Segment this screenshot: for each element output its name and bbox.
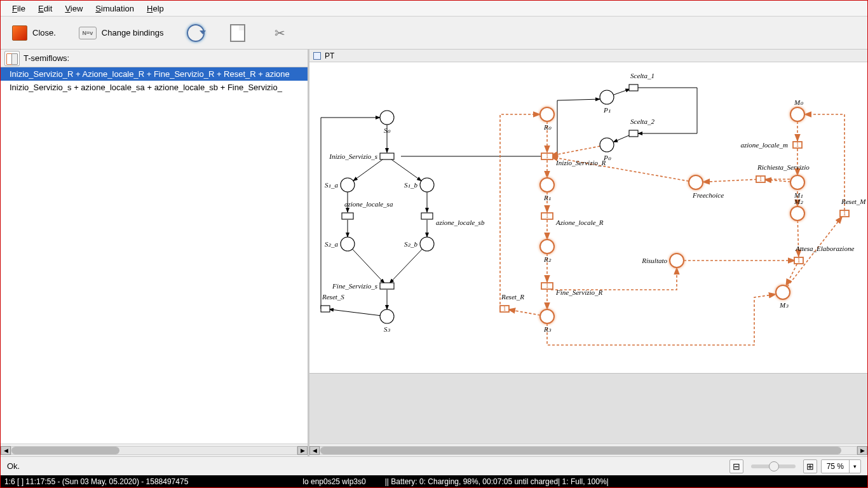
right-panel: PT S₀S₁_aS₁_bS₂_aS₂_bS₃P₁P₀R₀R₁R₂R₃Freec… <box>309 50 867 456</box>
svg-text:1: 1 <box>546 282 549 289</box>
svg-text:azione_locale_m: azione_locale_m <box>740 141 788 149</box>
status-bar: Ok. ⊟ ⊞ 75 % ▾ <box>1 456 867 475</box>
svg-text:1: 1 <box>546 152 549 159</box>
menu-simulation[interactable]: Simulation <box>89 3 140 15</box>
zoom-value: 75 % <box>822 462 849 471</box>
svg-text:1: 1 <box>797 257 801 264</box>
svg-point-56 <box>670 254 684 268</box>
svg-line-12 <box>613 135 630 142</box>
svg-line-13 <box>551 146 600 156</box>
svg-point-34 <box>420 178 434 192</box>
svg-text:R₁: R₁ <box>543 194 551 201</box>
svg-line-28 <box>786 264 797 286</box>
menu-view[interactable]: View <box>58 3 89 15</box>
svg-text:S₂_a: S₂_a <box>325 240 338 248</box>
svg-rect-68 <box>342 213 353 219</box>
svg-point-42 <box>600 90 614 104</box>
svg-text:1: 1 <box>796 141 799 148</box>
zoom-controls: ⊟ ⊞ 75 % ▾ <box>729 459 861 473</box>
scroll-thumb[interactable] <box>320 447 841 454</box>
svg-text:S₀: S₀ <box>384 126 391 134</box>
svg-line-2 <box>390 158 421 180</box>
svg-text:R₂: R₂ <box>543 255 552 263</box>
list-item[interactable]: Inizio_Servizio_s + azione_locale_sa + a… <box>1 81 308 94</box>
svg-line-1 <box>353 159 384 181</box>
chevron-down-icon[interactable]: ▾ <box>849 460 860 473</box>
scroll-left-icon[interactable]: ◀ <box>1 446 11 455</box>
svg-line-20 <box>508 309 540 315</box>
pt-icon <box>313 52 321 60</box>
scroll-left-icon[interactable]: ◀ <box>309 446 320 455</box>
svg-text:M₀: M₀ <box>794 98 803 106</box>
svg-text:Reset_R: Reset_R <box>501 293 524 301</box>
svg-text:Azione_locale_R: Azione_locale_R <box>555 219 604 226</box>
svg-point-54 <box>689 175 703 189</box>
svg-line-10 <box>329 309 380 316</box>
svg-rect-76 <box>629 85 638 91</box>
svg-rect-70 <box>421 213 433 219</box>
menu-edit[interactable]: Edit <box>32 3 58 15</box>
measure-button[interactable]: ✂ <box>266 21 293 45</box>
menu-file[interactable]: File <box>6 3 32 15</box>
zoom-in-button[interactable]: ⊞ <box>803 459 817 473</box>
left-panel-title: T-semiflows: <box>24 53 69 63</box>
svg-point-30 <box>380 111 394 125</box>
menu-help[interactable]: Help <box>140 3 170 15</box>
svg-rect-72 <box>380 283 394 289</box>
svg-text:1: 1 <box>503 305 506 312</box>
page-button[interactable] <box>224 21 251 45</box>
sysbar-net: lo enp0s25 wlp3s0 <box>302 477 365 486</box>
zoom-select[interactable]: 75 % ▾ <box>821 459 861 473</box>
svg-line-25 <box>764 180 790 182</box>
left-hscrollbar[interactable]: ◀ ▶ <box>1 444 308 456</box>
sysbar-battery: || Battery: 0: Charging, 98%, 00:07:05 u… <box>385 477 609 486</box>
svg-text:azione_locale_sb: azione_locale_sb <box>436 219 485 226</box>
content: T-semiflows: Inizio_Servizio_R + Azione_… <box>1 50 867 456</box>
zoom-slider-thumb[interactable] <box>769 461 779 471</box>
svg-text:Reset_S: Reset_S <box>322 293 344 301</box>
svg-point-48 <box>540 178 554 192</box>
toolbar: Close. N=v Change bindings ✂ <box>1 17 867 50</box>
svg-text:Attesa_Elaborazione: Attesa_Elaborazione <box>795 245 854 252</box>
svg-point-58 <box>790 107 804 121</box>
close-icon <box>12 25 27 41</box>
right-hscrollbar[interactable]: ◀ ▶ <box>309 444 867 456</box>
svg-text:Fine_Servizio_R: Fine_Servizio_R <box>555 288 603 296</box>
svg-text:Inizio_Servizio_R: Inizio_Servizio_R <box>555 159 606 166</box>
sysbar-clock: 1:6 [ ] 11:17:55 - (Sun 03 May, 05.2020)… <box>4 477 188 486</box>
close-button[interactable]: Close. <box>8 23 60 43</box>
left-panel: T-semiflows: Inizio_Servizio_R + Azione_… <box>1 50 309 456</box>
svg-rect-78 <box>629 130 638 137</box>
svg-point-46 <box>540 107 554 121</box>
svg-text:Scelta_2: Scelta_2 <box>630 118 654 125</box>
svg-text:1: 1 <box>843 210 846 217</box>
list-item[interactable]: Inizio_Servizio_R + Azione_locale_R + Fi… <box>1 67 308 81</box>
svg-text:S₁_b: S₁_b <box>404 181 417 189</box>
svg-line-11 <box>613 89 630 95</box>
svg-point-52 <box>540 309 554 323</box>
left-panel-header: T-semiflows: <box>1 50 308 67</box>
zoom-slider[interactable] <box>751 464 796 468</box>
svg-text:Risultato: Risultato <box>641 257 667 264</box>
svg-text:Richiesta_Servizio: Richiesta_Servizio <box>757 163 810 171</box>
petri-net-canvas[interactable]: S₀S₁_aS₁_bS₂_aS₂_bS₃P₁P₀R₀R₁R₂R₃Freechoi… <box>309 62 867 374</box>
svg-point-38 <box>420 237 434 251</box>
svg-point-64 <box>776 285 790 299</box>
svg-text:S₃: S₃ <box>384 325 391 333</box>
menubar: File Edit View Simulation Help <box>1 1 867 17</box>
svg-text:1: 1 <box>759 175 763 182</box>
refresh-icon <box>187 24 205 42</box>
scroll-right-icon[interactable]: ▶ <box>857 446 867 455</box>
scroll-thumb[interactable] <box>11 447 119 454</box>
svg-point-32 <box>341 178 355 192</box>
svg-text:Freechoice: Freechoice <box>692 191 724 199</box>
scroll-right-icon[interactable]: ▶ <box>297 446 308 455</box>
refresh-button[interactable] <box>182 21 209 45</box>
nev-icon: N=v <box>79 27 97 39</box>
canvas-bottom-space <box>309 374 867 444</box>
zoom-out-button[interactable]: ⊟ <box>729 459 743 473</box>
canvas-header: PT <box>309 50 867 62</box>
semiflows-icon <box>4 51 20 66</box>
svg-point-50 <box>540 240 554 254</box>
change-bindings-button[interactable]: N=v Change bindings <box>75 24 168 42</box>
